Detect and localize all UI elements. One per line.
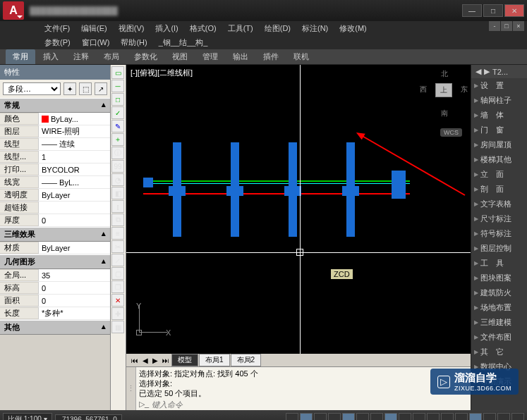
tool-erase-icon[interactable]: ▢: [111, 267, 124, 280]
property-row[interactable]: 标高0: [0, 282, 110, 295]
quick-select-icon[interactable]: ↗: [95, 82, 107, 95]
property-value[interactable]: —— 连续: [38, 138, 110, 150]
coordinates-display[interactable]: -71396, 567761, 0: [55, 414, 122, 421]
property-group-header[interactable]: 其他▴: [0, 320, 110, 335]
tool-palette-icon[interactable]: ◔: [111, 173, 124, 186]
layout-last-icon[interactable]: ⏭: [160, 357, 171, 364]
tool-rect-icon[interactable]: □: [111, 93, 124, 106]
layout-tab-1[interactable]: 布局1: [199, 354, 230, 366]
tool-99-icon[interactable]: 99: [111, 160, 124, 173]
maximize-button[interactable]: □: [483, 4, 503, 17]
palette-item[interactable]: 图层控制: [471, 241, 527, 256]
viewcube-west[interactable]: 西: [420, 85, 427, 94]
viewcube-top[interactable]: 上: [435, 83, 452, 97]
property-row[interactable]: 打印...BYCOLOR: [0, 163, 110, 176]
palette-item[interactable]: 轴网柱子: [471, 93, 527, 108]
palette-item[interactable]: 场地布置: [471, 300, 527, 315]
ribbon-tab-layout[interactable]: 布局: [97, 49, 126, 64]
mdi-minimize[interactable]: -: [489, 21, 500, 31]
property-value[interactable]: ByLayer: [38, 189, 110, 201]
property-row[interactable]: 全局...35: [0, 269, 110, 282]
tool-wall-icon[interactable]: ▭: [111, 66, 124, 79]
ribbon-tab-home[interactable]: 常用: [6, 49, 35, 64]
palette-item[interactable]: 其 它: [471, 345, 527, 359]
palette-item[interactable]: 剖 面: [471, 182, 527, 197]
palette-item[interactable]: 符号标注: [471, 226, 527, 241]
command-resize-grip[interactable]: ⋮: [126, 367, 136, 410]
menu-insert[interactable]: 插入(I): [150, 22, 183, 35]
tool-x-icon[interactable]: ✕: [111, 294, 124, 307]
mdi-restore[interactable]: □: [501, 21, 512, 31]
palette-item[interactable]: 房间屋顶: [471, 137, 527, 152]
ucs-icon[interactable]: [139, 304, 167, 333]
status-snap-icon[interactable]: [286, 413, 298, 420]
properties-header[interactable]: 特性: [0, 65, 110, 80]
ribbon-tab-view[interactable]: 视图: [165, 49, 195, 64]
palette-item[interactable]: 墙 体: [471, 108, 527, 123]
menu-view[interactable]: 视图(V): [113, 22, 150, 35]
status-grid-icon[interactable]: [300, 413, 313, 420]
property-row[interactable]: 厚度0: [0, 214, 110, 227]
property-value[interactable]: 0: [38, 295, 110, 307]
tool-cut-icon[interactable]: ✂: [111, 240, 124, 253]
property-value[interactable]: *多种*: [38, 307, 110, 319]
property-group-header[interactable]: 几何图形▴: [0, 254, 110, 269]
property-value[interactable]: 35: [38, 269, 110, 281]
property-row[interactable]: 线宽—— ByL...: [0, 176, 110, 189]
palette-item[interactable]: 门 窗: [471, 123, 527, 137]
palette-item[interactable]: 尺寸标注: [471, 211, 527, 226]
palette-item[interactable]: 楼梯其他: [471, 152, 527, 167]
menu-edit[interactable]: 编辑(E): [75, 22, 113, 35]
menu-window[interactable]: 窗口(W): [76, 36, 116, 49]
ribbon-tab-manage[interactable]: 管理: [195, 49, 225, 64]
tool-stair-icon[interactable]: ≡: [111, 227, 124, 240]
tool-info-icon[interactable]: ⓘ: [111, 147, 124, 159]
property-row[interactable]: 图层WIRE-照明: [0, 125, 110, 138]
property-row[interactable]: 面积0: [0, 295, 110, 307]
drawing-canvas[interactable]: [-][俯视][二维线框] ZCD: [126, 65, 471, 354]
tool-door-icon[interactable]: ⫿: [111, 200, 124, 213]
layout-prev-icon[interactable]: ◀: [140, 357, 150, 364]
menu-format[interactable]: 格式(O): [184, 22, 222, 35]
ribbon-tab-online[interactable]: 联机: [286, 49, 316, 64]
palette-item[interactable]: 三维建模: [471, 315, 527, 330]
palette-item[interactable]: 建筑防火: [471, 285, 527, 300]
tool-palette-header[interactable]: ◀▶T2...: [471, 65, 527, 78]
property-row[interactable]: 长度*多种*: [0, 307, 110, 320]
palette-item[interactable]: 工 具: [471, 256, 527, 271]
view-label[interactable]: [-][俯视][二维线框]: [131, 68, 193, 78]
property-value[interactable]: BYCOLOR: [38, 163, 110, 175]
select-objects-icon[interactable]: ⬚: [79, 82, 92, 95]
property-row[interactable]: 超链接: [0, 202, 110, 214]
status-ws-icon[interactable]: [497, 413, 510, 420]
tool-plus-icon[interactable]: ＋: [111, 133, 124, 146]
property-row[interactable]: 透明度ByLayer: [0, 189, 110, 202]
status-ann-icon[interactable]: [483, 413, 496, 420]
tool-copy-icon[interactable]: ❐: [111, 280, 124, 293]
ribbon-tab-addins[interactable]: 插件: [256, 49, 286, 64]
layout-tab-model[interactable]: 模型: [171, 354, 198, 366]
palette-item[interactable]: 文字表格: [471, 197, 527, 211]
property-value[interactable]: ByLay...: [38, 113, 110, 125]
minimize-button[interactable]: —: [462, 4, 482, 17]
status-dyn-icon[interactable]: [399, 413, 411, 420]
command-input[interactable]: [149, 400, 468, 409]
status-ducs-icon[interactable]: [384, 413, 397, 420]
property-row[interactable]: 线型...1: [0, 151, 110, 163]
viewcube-south[interactable]: 南: [441, 109, 448, 118]
menu-file[interactable]: 文件(F): [39, 22, 75, 35]
menu-modify[interactable]: 修改(M): [334, 22, 372, 35]
ribbon-tab-insert[interactable]: 插入: [36, 49, 66, 64]
toggle-pick-icon[interactable]: ✦: [63, 82, 76, 95]
status-qp-icon[interactable]: [441, 413, 454, 420]
status-polar-icon[interactable]: [328, 413, 341, 420]
menu-params[interactable]: 参数(P): [39, 36, 76, 49]
palette-item[interactable]: 立 面: [471, 167, 527, 182]
close-button[interactable]: ✕: [504, 4, 524, 17]
property-row[interactable]: 颜色ByLay...: [0, 113, 110, 125]
property-row[interactable]: 线型—— 连续: [0, 138, 110, 151]
ribbon-tab-output[interactable]: 输出: [226, 49, 255, 64]
tool-layer-icon[interactable]: ◧: [111, 187, 124, 199]
ribbon-tab-parametric[interactable]: 参数化: [127, 49, 164, 64]
status-otrack-icon[interactable]: [370, 413, 383, 420]
